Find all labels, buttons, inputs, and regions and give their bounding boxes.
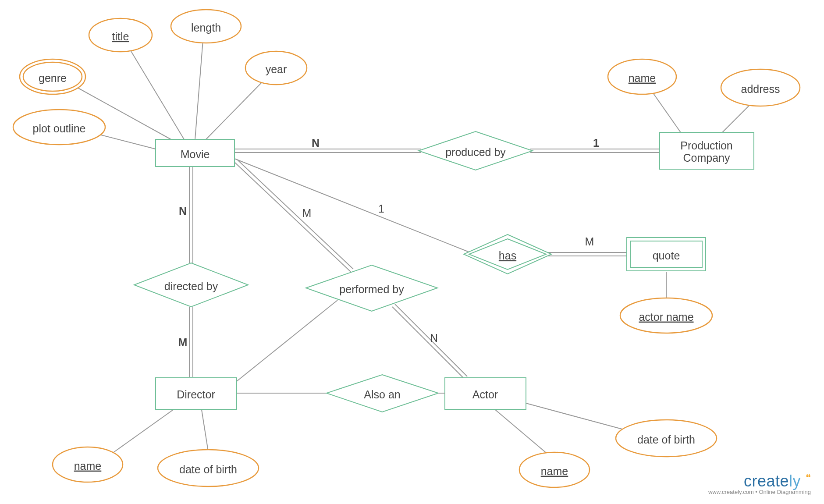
line-director-name xyxy=(112,410,173,454)
card-quote-has: M xyxy=(585,235,594,248)
card-actor-performedby: N xyxy=(430,332,438,344)
line-director-dob xyxy=(202,410,208,451)
attr-title-text: title xyxy=(112,30,129,43)
rel-directed-by-text: directed by xyxy=(164,280,218,292)
line-movie-has xyxy=(234,159,469,252)
line-movie-performed-a xyxy=(234,162,351,272)
card-movie-producedby: N xyxy=(312,137,320,149)
rel-produced-by-text: produced by xyxy=(445,146,506,158)
attr-director-name-text: name xyxy=(74,460,102,472)
card-pc-producedby: 1 xyxy=(593,137,599,149)
watermark-brand-part2: ly xyxy=(789,472,801,490)
attr-plot-text: plot outline xyxy=(33,122,86,135)
rel-has-text: has xyxy=(499,249,516,262)
attr-quote-actorname-text: actor name xyxy=(639,311,693,323)
entity-pc-text-l2: Company xyxy=(683,152,730,164)
entity-quote-text: quote xyxy=(653,249,680,262)
watermark-brand-part1: create xyxy=(744,472,789,490)
er-diagram-canvas: N 1 N M M N 1 M genre title length year … xyxy=(0,0,824,504)
card-movie-has: 1 xyxy=(378,202,384,215)
line-actor-name xyxy=(495,410,552,458)
line-movie-performed-b xyxy=(237,160,353,269)
attr-length-text: length xyxy=(191,21,221,34)
line-director-performed xyxy=(237,300,337,381)
line-length-movie xyxy=(195,40,203,139)
lightbulb-icon: ❝ xyxy=(806,472,811,483)
attr-genre-text: genre xyxy=(39,72,67,84)
line-performed-actor-a xyxy=(392,307,465,379)
watermark-brand: creately ❝ xyxy=(708,472,811,490)
card-movie-performedby: M xyxy=(302,207,312,219)
watermark-subtitle: www.creately.com • Online Diagramming xyxy=(708,489,811,495)
card-director-directedby: M xyxy=(178,336,188,348)
line-title-movie xyxy=(127,45,184,139)
rel-performed-by-text: performed by xyxy=(339,283,404,295)
card-movie-directedby: N xyxy=(179,205,187,217)
entity-actor-text: Actor xyxy=(472,388,498,401)
entity-director-text: Director xyxy=(177,388,215,401)
rel-also-an-text: Also an xyxy=(364,388,400,401)
entity-movie-text: Movie xyxy=(181,148,210,160)
entity-pc-text-l1: Production xyxy=(680,139,733,152)
attr-actor-name-text: name xyxy=(541,465,568,477)
attr-year-text: year xyxy=(266,63,287,75)
attr-pc-address-text: address xyxy=(741,83,780,95)
attr-actor-dob-text: date of birth xyxy=(637,433,695,446)
attr-pc-name-text: name xyxy=(629,72,656,84)
line-year-movie xyxy=(206,77,267,139)
watermark: creately ❝ www.creately.com • Online Dia… xyxy=(708,472,811,495)
attr-director-dob-text: date of birth xyxy=(179,463,237,476)
